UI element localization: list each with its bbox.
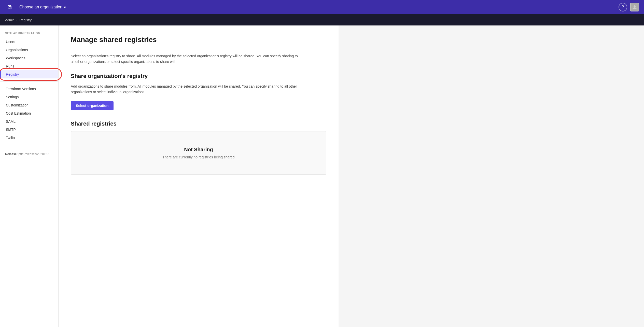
page-title: Manage shared registries bbox=[71, 36, 326, 44]
sidebar-item-registry[interactable]: Registry bbox=[0, 70, 58, 78]
org-selector[interactable]: Choose an organization ▾ bbox=[19, 5, 66, 10]
breadcrumb-admin[interactable]: Admin bbox=[5, 18, 15, 22]
sidebar-item-customization[interactable]: Customization bbox=[0, 101, 58, 109]
share-description: Add organizations to share modules from.… bbox=[71, 84, 300, 95]
help-button[interactable]: ? bbox=[619, 3, 627, 11]
sidebar-section-label: SITE ADMINISTRATION bbox=[0, 32, 58, 38]
release-label: Release: bbox=[5, 152, 18, 156]
sidebar-item-saml[interactable]: SAML bbox=[0, 117, 58, 126]
sidebar-item-cost-estimation[interactable]: Cost Estimation bbox=[0, 109, 58, 117]
sidebar-divider bbox=[0, 81, 58, 82]
app-logo[interactable] bbox=[5, 2, 15, 12]
sidebar-item-organizations[interactable]: Organizations bbox=[0, 46, 58, 54]
layout: SITE ADMINISTRATION Users Organizations … bbox=[0, 25, 644, 327]
sidebar-item-runs[interactable]: Runs bbox=[0, 62, 58, 70]
breadcrumb-separator: / bbox=[17, 18, 18, 22]
not-sharing-title: Not Sharing bbox=[76, 147, 321, 153]
not-sharing-description: There are currently no registries being … bbox=[76, 155, 321, 159]
page-divider bbox=[71, 48, 326, 48]
sidebar-item-smtp[interactable]: SMTP bbox=[0, 126, 58, 134]
main-content: Manage shared registries Select an organ… bbox=[59, 25, 339, 327]
svg-point-0 bbox=[634, 5, 636, 7]
nav-right: ? bbox=[619, 3, 639, 11]
user-avatar[interactable] bbox=[630, 3, 639, 11]
sidebar-release: Release: ptfe-releases/202012.1 bbox=[0, 148, 58, 156]
chevron-down-icon: ▾ bbox=[64, 5, 66, 10]
select-organization-button[interactable]: Select organization bbox=[71, 101, 114, 110]
breadcrumb: Admin / Registry bbox=[0, 14, 644, 25]
top-nav: Choose an organization ▾ ? bbox=[0, 0, 644, 14]
sidebar: SITE ADMINISTRATION Users Organizations … bbox=[0, 25, 59, 327]
page-description: Select an organization's registry to sha… bbox=[71, 53, 300, 65]
sidebar-item-workspaces[interactable]: Workspaces bbox=[0, 54, 58, 62]
sidebar-item-settings[interactable]: Settings bbox=[0, 93, 58, 101]
org-selector-label: Choose an organization bbox=[19, 5, 62, 9]
release-value: ptfe-releases/202012.1 bbox=[19, 152, 50, 156]
sidebar-item-twilio[interactable]: Twilio bbox=[0, 134, 58, 142]
shared-registries-title: Shared registries bbox=[71, 120, 326, 127]
share-section-title: Share organization's registry bbox=[71, 73, 326, 79]
nav-left: Choose an organization ▾ bbox=[5, 2, 66, 12]
sidebar-item-users[interactable]: Users bbox=[0, 38, 58, 46]
shared-registries-box: Not Sharing There are currently no regis… bbox=[71, 131, 326, 175]
sidebar-bottom-divider bbox=[0, 145, 58, 145]
breadcrumb-current: Registry bbox=[19, 18, 32, 22]
sidebar-item-terraform-versions[interactable]: Terraform Versions bbox=[0, 85, 58, 93]
help-icon: ? bbox=[622, 5, 624, 9]
